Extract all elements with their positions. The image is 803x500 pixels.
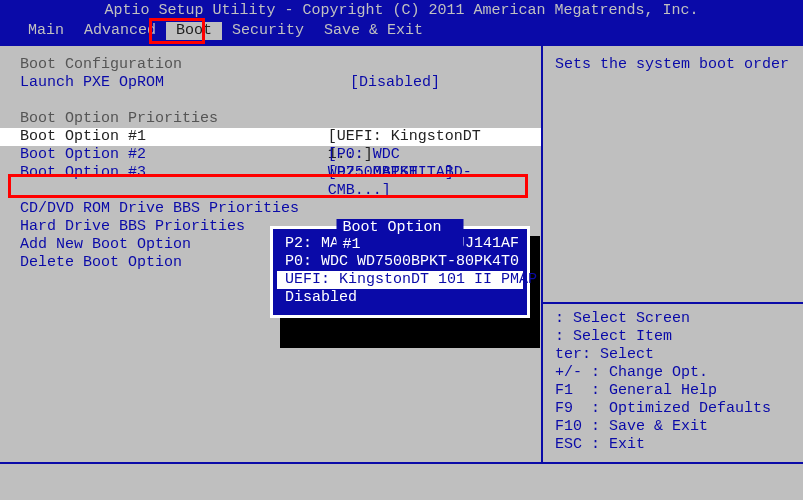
right-panel: Sets the system boot order : Select Scre… (543, 46, 803, 462)
header-title: Aptio Setup Utility - Copyright (C) 2011… (0, 0, 803, 20)
popup-title: Boot Option #1 (337, 219, 464, 253)
menu-bar: Main Advanced Boot Security Save & Exit (0, 20, 803, 44)
menu-boot[interactable]: Boot (166, 22, 222, 40)
boot-option-3-value: [P2: MATSHITABD-CMB...] (328, 164, 521, 182)
menu-main[interactable]: Main (18, 22, 74, 40)
boot-option-1[interactable]: Boot Option #1 [UEFI: KingstonDT 1...] (0, 128, 541, 146)
launch-pxe-label: Launch PXE OpROM (20, 74, 350, 92)
launch-pxe-value: [Disabled] (350, 74, 440, 92)
boot-configuration-heading: Boot Configuration (20, 56, 521, 74)
menu-advanced[interactable]: Advanced (74, 22, 166, 40)
boot-option-3-label: Boot Option #3 (20, 164, 328, 182)
boot-option-1-label: Boot Option #1 (20, 128, 328, 146)
boot-option-2-label: Boot Option #2 (20, 146, 328, 164)
boot-option-2[interactable]: Boot Option #2 [P0: WDC WD7500BPKT...] (20, 146, 521, 164)
popup-item-1[interactable]: P0: WDC WD7500BPKT-80PK4T0 (285, 253, 515, 271)
right-divider (543, 302, 803, 304)
launch-pxe-option[interactable]: Launch PXE OpROM [Disabled] (20, 74, 521, 92)
popup-item-3[interactable]: Disabled (285, 289, 515, 307)
popup-item-2[interactable]: UEFI: KingstonDT 101 II PMAP (277, 271, 523, 289)
help-description: Sets the system boot order (555, 56, 791, 73)
boot-option-popup: Boot Option #1 P2: MATSHITABD-CMB UJ141A… (270, 226, 530, 318)
help-keys: : Select Screen : Select Item ter: Selec… (555, 310, 791, 454)
popup-body: Boot Option #1 P2: MATSHITABD-CMB UJ141A… (270, 226, 530, 318)
menu-security[interactable]: Security (222, 22, 314, 40)
menu-save-exit[interactable]: Save & Exit (314, 22, 433, 40)
boot-option-3[interactable]: Boot Option #3 [P2: MATSHITABD-CMB...] (20, 164, 521, 182)
boot-option-1-value: [UEFI: KingstonDT 1...] (328, 128, 521, 146)
cd-dvd-priorities[interactable]: CD/DVD ROM Drive BBS Priorities (20, 200, 521, 218)
boot-option-2-value: [P0: WDC WD7500BPKT...] (328, 146, 521, 164)
priorities-heading: Boot Option Priorities (20, 110, 521, 128)
